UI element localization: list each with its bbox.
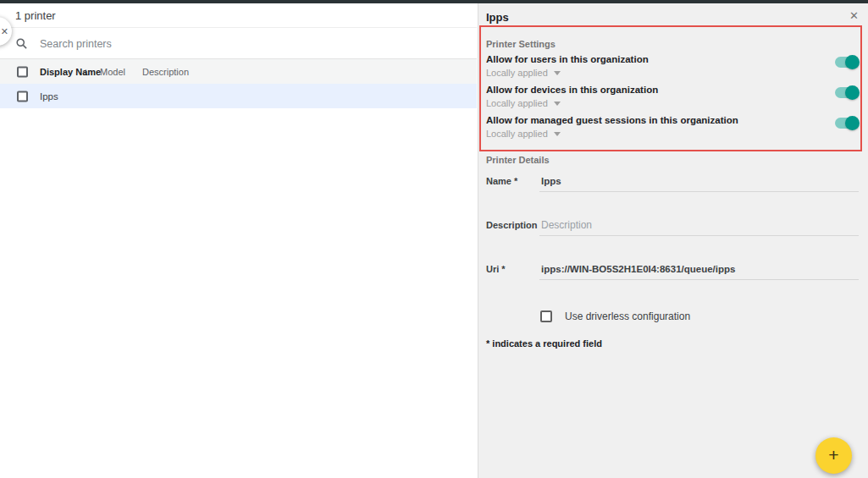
description-field-row: Description	[486, 217, 861, 239]
printer-detail-panel: Ipps ✕ Printer Settings Allow for users …	[478, 3, 868, 478]
allow-guest-sessions-toggle[interactable]	[835, 118, 858, 129]
locally-applied-label: Locally applied	[486, 129, 548, 139]
description-field[interactable]	[539, 217, 859, 236]
dropdown-arrow-icon	[554, 132, 561, 136]
add-printer-button[interactable]: +	[815, 437, 852, 474]
locally-applied-dropdown[interactable]: Locally applied	[486, 129, 561, 139]
table-header-row: Display Name ↓ Model Description	[0, 59, 477, 84]
printer-settings-section-label: Printer Settings	[486, 39, 556, 49]
uri-field[interactable]	[539, 261, 859, 280]
name-field-row: Name *	[486, 173, 861, 195]
toggle-row-guest-sessions: Allow for managed guest sessions in this…	[486, 115, 861, 140]
column-header-model[interactable]: Model	[100, 67, 125, 77]
column-header-description[interactable]: Description	[142, 67, 189, 77]
printer-count: 1 printer	[15, 9, 56, 22]
select-all-checkbox[interactable]	[17, 66, 28, 77]
driverless-config-label: Use driverless configuration	[565, 310, 690, 322]
uri-field-row: Uri *	[486, 261, 861, 283]
close-panel-icon[interactable]: ✕	[848, 8, 860, 23]
description-field-label: Description	[486, 220, 538, 230]
dropdown-arrow-icon	[554, 71, 561, 75]
panel-title: Ipps	[486, 11, 509, 24]
table-row[interactable]: Ipps	[0, 84, 477, 108]
required-field-note: * indicates a required field	[486, 338, 602, 349]
locally-applied-label: Locally applied	[486, 98, 548, 108]
search-input[interactable]	[38, 37, 326, 51]
toggle-label: Allow for managed guest sessions in this…	[486, 115, 861, 126]
plus-icon: +	[828, 446, 838, 464]
search-row	[0, 29, 477, 59]
printer-list-panel: 1 printer Display Name ↓ Model Descripti…	[0, 3, 477, 478]
uri-field-label: Uri *	[486, 264, 506, 274]
column-header-display-name[interactable]: Display Name	[40, 67, 101, 77]
toggle-label: Allow for users in this organization	[486, 54, 861, 65]
row-checkbox[interactable]	[17, 91, 28, 102]
toggle-row-users: Allow for users in this organization Loc…	[486, 54, 861, 80]
printer-details-section-label: Printer Details	[486, 155, 550, 165]
locally-applied-dropdown[interactable]: Locally applied	[486, 68, 561, 78]
name-field-label: Name *	[486, 176, 517, 186]
driverless-config-checkbox[interactable]	[540, 310, 552, 322]
close-icon: ✕	[1, 26, 8, 37]
driverless-config-row: Use driverless configuration	[540, 310, 690, 322]
sort-desc-icon[interactable]: ↓	[83, 66, 88, 78]
allow-users-toggle[interactable]	[835, 57, 858, 68]
search-icon	[15, 37, 28, 50]
toggle-row-devices: Allow for devices in this organization L…	[486, 85, 861, 110]
dropdown-arrow-icon	[554, 102, 561, 106]
top-bar	[0, 0, 868, 3]
list-toolbar: 1 printer	[0, 3, 477, 28]
toggle-thumb	[845, 85, 860, 100]
locally-applied-dropdown[interactable]: Locally applied	[486, 98, 561, 108]
allow-devices-toggle[interactable]	[835, 87, 858, 98]
toggle-thumb	[845, 116, 860, 130]
printer-row-name: Ipps	[40, 91, 58, 102]
locally-applied-label: Locally applied	[486, 68, 548, 78]
toggle-label: Allow for devices in this organization	[486, 85, 861, 96]
name-field[interactable]	[539, 173, 859, 192]
toggle-thumb	[845, 55, 860, 69]
